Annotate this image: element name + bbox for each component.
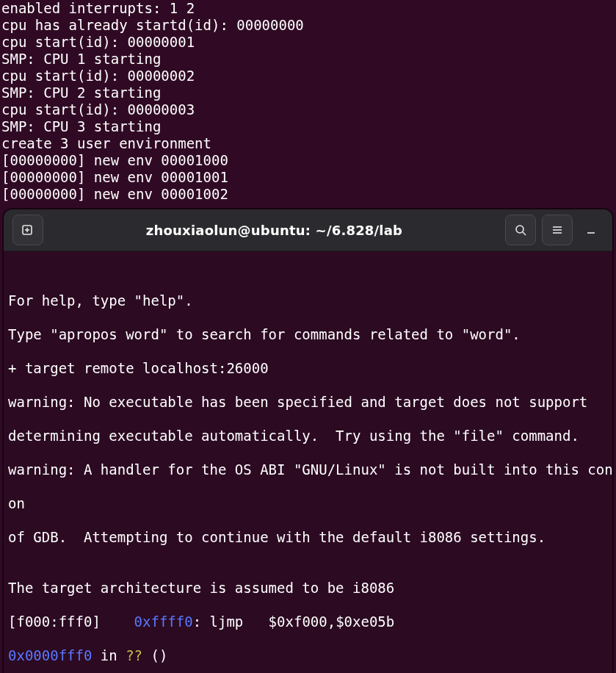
terminal-line: SMP: CPU 3 starting xyxy=(1,118,615,135)
window-title: zhouxiaolun@ubuntu: ~/6.828/lab xyxy=(46,222,502,239)
terminal-line: cpu start(id): 00000001 xyxy=(1,34,615,51)
terminal-line: of GDB. Attempting to continue with the … xyxy=(8,529,608,546)
terminal-line: enabled interrupts: 1 2 xyxy=(1,0,615,17)
terminal-line: For help, type "help". xyxy=(8,292,608,309)
terminal-line: cpu start(id): 00000003 xyxy=(1,101,615,118)
titlebar: zhouxiaolun@ubuntu: ~/6.828/lab xyxy=(4,209,612,251)
terminal-line: Type "apropos word" to search for comman… xyxy=(8,326,608,343)
minimize-button[interactable] xyxy=(579,217,604,242)
menu-button[interactable] xyxy=(542,215,573,245)
top-terminal-output: enabled interrupts: 1 2 cpu has already … xyxy=(0,0,616,203)
gdb-terminal-body[interactable]: For help, type "help". Type "apropos wor… xyxy=(4,251,612,673)
terminal-line: cpu start(id): 00000002 xyxy=(1,68,615,84)
terminal-line: determining executable automatically. Tr… xyxy=(8,428,608,445)
terminal-line: The target architecture is assumed to be… xyxy=(8,580,608,597)
terminal-line: [f000:fff0] 0xffff0: ljmp $0xf000,$0xe05… xyxy=(8,613,608,630)
memory-address: 0xffff0 xyxy=(134,613,193,630)
terminal-line: warning: No executable has been specifie… xyxy=(8,394,608,411)
terminal-line: cpu has already startd(id): 00000000 xyxy=(1,17,615,34)
new-tab-button[interactable] xyxy=(12,215,43,245)
terminal-line: + target remote localhost:26000 xyxy=(8,360,608,377)
new-tab-icon xyxy=(21,223,35,237)
hamburger-menu-icon xyxy=(550,223,565,237)
terminal-line: [00000000] new env 00001000 xyxy=(1,152,615,169)
memory-address: 0x0000fff0 xyxy=(8,647,92,663)
symbol-unknown: ?? xyxy=(126,647,142,663)
terminal-line: on xyxy=(8,495,608,512)
svg-line-4 xyxy=(523,232,526,235)
terminal-line: SMP: CPU 2 starting xyxy=(1,84,615,101)
terminal-line: create 3 user environment xyxy=(1,135,615,152)
terminal-line: SMP: CPU 1 starting xyxy=(1,51,615,68)
terminal-line: warning: A handler for the OS ABI "GNU/L… xyxy=(8,461,608,478)
svg-point-3 xyxy=(516,226,523,233)
search-icon xyxy=(513,223,528,237)
minimize-icon xyxy=(585,224,597,236)
terminal-line: [00000000] new env 00001002 xyxy=(1,186,615,203)
terminal-window: zhouxiaolun@ubuntu: ~/6.828/lab For help… xyxy=(3,209,613,673)
terminal-line: [00000000] new env 00001001 xyxy=(1,169,615,186)
search-button[interactable] xyxy=(505,215,536,245)
terminal-line: 0x0000fff0 in ?? () xyxy=(8,647,608,664)
